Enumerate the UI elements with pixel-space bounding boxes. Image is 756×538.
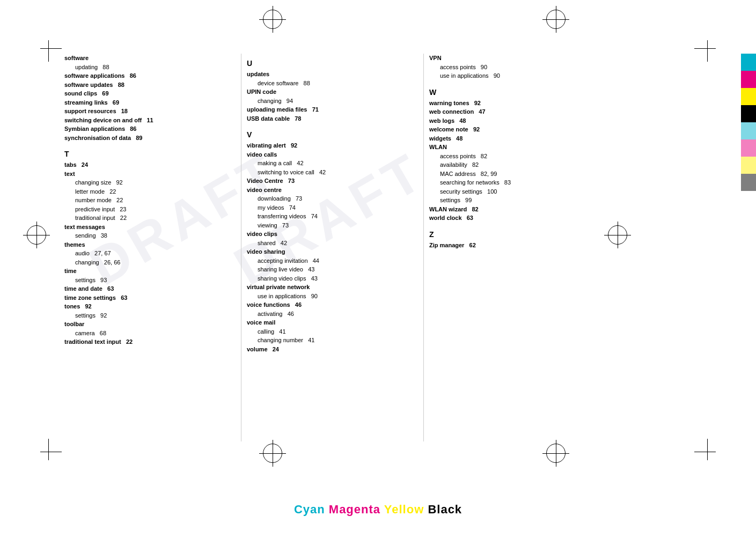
entry-streaming-links: streaming links 69: [64, 98, 236, 107]
entry-tabs: tabs 24: [64, 160, 236, 169]
entry-text-messages: text messages: [64, 223, 236, 232]
column-2: U updates device software 88 UPIN code c…: [241, 54, 424, 441]
crop-tr-h: [694, 48, 716, 49]
entry-text-traditional: traditional input 22: [64, 213, 236, 223]
entry-synchronisation: synchronisation of data 89: [64, 134, 236, 143]
page-container: DRAFT DRAFT software updating 88 softwar…: [0, 0, 756, 538]
entry-vc-transferring: transferring videos 74: [247, 212, 418, 221]
entry-vm-calling: calling 41: [247, 327, 418, 336]
entry-upin-code: UPIN code: [247, 87, 418, 97]
entry-vibrating-alert: vibrating alert 92: [247, 141, 418, 150]
cmyk-yellow-label: Yellow: [384, 503, 424, 516]
cmyk-black-label: Black: [428, 503, 462, 516]
entry-uploading-media: uploading media files 71: [247, 105, 418, 114]
entry-time: time: [64, 267, 236, 276]
entry-vc-viewing: viewing 73: [247, 221, 418, 230]
entry-text-changing-size: changing size 92: [64, 178, 236, 187]
entry-web-logs: web logs 48: [429, 116, 600, 126]
entry-vpn-heading: VPN: [429, 54, 600, 63]
entry-video-clips-shared: shared 42: [247, 239, 418, 248]
letter-v: V: [247, 130, 418, 139]
entry-vc-my-videos: my videos 74: [247, 203, 418, 212]
entry-video-centre: video centre: [247, 186, 418, 195]
entry-vpn-use: use in applications 90: [247, 292, 418, 301]
entry-text-predictive: predictive input 23: [64, 205, 236, 214]
entry-wlan-security: security settings 100: [429, 187, 600, 196]
crop-br-v: [707, 439, 708, 460]
crop-tr-v: [707, 40, 708, 62]
entry-software: software: [64, 54, 236, 63]
entry-wlan-wizard: WLAN wizard 82: [429, 205, 600, 214]
entry-traditional-text: traditional text input 22: [64, 337, 236, 347]
entry-updates-device-software: device software 88: [247, 79, 418, 88]
section-vpn: VPN access points 90 use in applications…: [429, 54, 600, 80]
entry-vpn-use-apps: use in applications 90: [429, 71, 600, 80]
entry-text: text: [64, 169, 236, 179]
entry-time-zone: time zone settings 63: [64, 293, 236, 303]
entry-vpn-access-points: access points 90: [429, 63, 600, 72]
section-w: W warning tones 92 web connection 47 web…: [429, 88, 600, 223]
entry-wlan-searching: searching for networks 83: [429, 178, 600, 187]
entry-voice-functions: voice functions 46: [247, 300, 418, 309]
content-area: software updating 88 software applicatio…: [59, 54, 606, 441]
entry-software-applications: software applications 86: [64, 71, 236, 80]
entry-vs-clips: sharing video clips 43: [247, 274, 418, 283]
entry-video-calls-switching: switching to voice call 42: [247, 168, 418, 177]
swatch-magenta: [741, 71, 756, 88]
entry-video-sharing: video sharing: [247, 247, 418, 256]
section-u: U updates device software 88 UPIN code c…: [247, 59, 418, 123]
swatch-cyan: [741, 54, 756, 71]
reg-mark-top-right: [546, 10, 566, 29]
crop-bl-v: [48, 439, 49, 460]
letter-t: T: [64, 150, 236, 158]
entry-zip-manager: Zip manager 62: [429, 241, 600, 250]
entry-updates: updates: [247, 70, 418, 79]
letter-w: W: [429, 88, 600, 97]
section-v: V vibrating alert 92 video calls making …: [247, 130, 418, 353]
entry-vf-activating: activating 46: [247, 309, 418, 319]
swatch-black: [741, 105, 756, 122]
entry-themes: themes: [64, 240, 236, 249]
reg-mark-top-left: [263, 10, 282, 29]
entry-sound-clips: sound clips 69: [64, 89, 236, 98]
crop-br-h: [694, 452, 716, 452]
entry-support-resources: support resources 18: [64, 107, 236, 116]
entry-voice-mail: voice mail: [247, 318, 418, 327]
entry-text-messages-sending: sending 38: [64, 231, 236, 240]
entry-text-letter-mode: letter mode 22: [64, 187, 236, 196]
column-1: software updating 88 software applicatio…: [59, 54, 241, 441]
entry-volume: volume 24: [247, 345, 418, 354]
entry-video-centre-cap: Video Centre 73: [247, 176, 418, 186]
color-swatches: [741, 54, 756, 191]
entry-widgets: widgets 48: [429, 134, 600, 143]
entry-themes-changing: changing 26, 66: [64, 258, 236, 267]
swatch-yellow: [741, 88, 756, 105]
entry-vm-changing-number: changing number 41: [247, 336, 418, 345]
entry-themes-audio: audio 27, 67: [64, 249, 236, 258]
entry-wlan-access-points: access points 82: [429, 152, 600, 161]
entry-web-connection: web connection 47: [429, 107, 600, 116]
reg-mark-bottom-right: [546, 444, 566, 463]
letter-u: U: [247, 59, 418, 68]
swatch-black-50: [741, 174, 756, 191]
entry-upin-changing: changing 94: [247, 97, 418, 106]
entry-wlan: WLAN: [429, 143, 600, 152]
entry-vs-live: sharing live video 43: [247, 265, 418, 274]
entry-video-clips: video clips: [247, 230, 418, 239]
section-z: Z Zip manager 62: [429, 230, 600, 250]
entry-wlan-settings: settings 99: [429, 196, 600, 205]
entry-symbian-applications: Symbian applications 86: [64, 124, 236, 134]
section-t: T tabs 24 text changing size 92 letter m…: [64, 150, 236, 347]
letter-z: Z: [429, 230, 600, 239]
entry-vc-downloading: downloading 73: [247, 194, 418, 203]
entry-software-updates: software updates 88: [64, 80, 236, 90]
entry-welcome-note: welcome note 92: [429, 125, 600, 134]
swatch-magenta-50: [741, 139, 756, 157]
reg-mark-bottom-left: [263, 444, 282, 463]
swatch-cyan-50: [741, 122, 756, 139]
entry-vs-accepting: accepting invitation 44: [247, 256, 418, 266]
entry-toolbar-camera: camera 68: [64, 329, 236, 338]
entry-warning-tones: warning tones 92: [429, 99, 600, 108]
entry-tones-settings: settings 92: [64, 311, 236, 320]
crop-tl-v: [48, 40, 49, 62]
